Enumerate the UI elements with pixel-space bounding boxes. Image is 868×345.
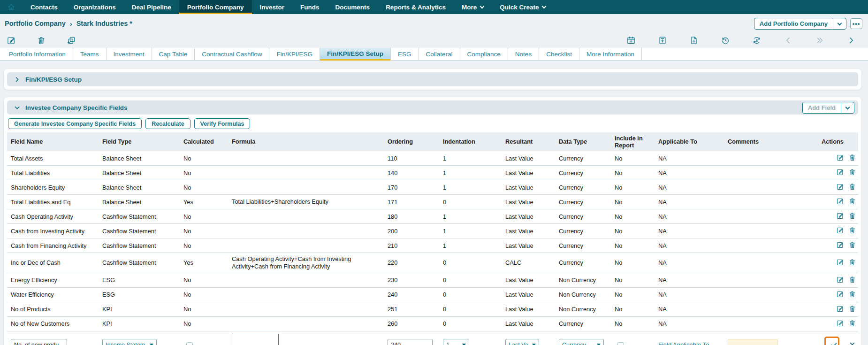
tab-checklist[interactable]: Checklist bbox=[539, 48, 579, 60]
calendar-add-icon[interactable] bbox=[626, 36, 636, 45]
edit-icon[interactable] bbox=[836, 290, 844, 298]
edit-icon[interactable] bbox=[836, 153, 844, 161]
edit-icon[interactable] bbox=[836, 258, 844, 266]
currency-refresh-icon[interactable]: $ bbox=[752, 36, 761, 45]
column-header-resultant: Resultant bbox=[502, 132, 555, 151]
cell bbox=[724, 224, 818, 238]
delete-icon[interactable] bbox=[848, 168, 856, 176]
fields-panel-header[interactable]: Investee Company Specific Fields Add Fie… bbox=[7, 100, 858, 115]
indentation-select[interactable]: 1 bbox=[443, 339, 469, 345]
nav-last-icon[interactable] bbox=[815, 36, 824, 45]
add-portfolio-company-button[interactable]: Add Portfolio Company bbox=[754, 18, 846, 30]
delete-icon[interactable] bbox=[848, 183, 856, 191]
nav-prev-icon[interactable] bbox=[784, 36, 793, 45]
copy-icon[interactable] bbox=[67, 36, 76, 45]
delete-icon[interactable] bbox=[848, 197, 856, 205]
edit-icon[interactable] bbox=[836, 168, 844, 176]
nav-item-reports-analytics[interactable]: Reports & Analytics bbox=[378, 0, 454, 14]
cell: KPI bbox=[99, 316, 180, 331]
nav-item-contacts[interactable]: Contacts bbox=[23, 0, 66, 14]
nav-item-investor[interactable]: Investor bbox=[252, 0, 293, 14]
delete-icon[interactable] bbox=[848, 290, 856, 298]
confirm-icon[interactable] bbox=[830, 341, 838, 345]
include-in-report-checkbox[interactable] bbox=[617, 342, 624, 345]
delete-icon[interactable] bbox=[848, 258, 856, 266]
edit-icon[interactable] bbox=[836, 319, 844, 327]
breadcrumb-parent[interactable]: Portfolio Company bbox=[5, 20, 66, 27]
tab-investment[interactable]: Investment bbox=[107, 48, 152, 60]
delete-icon[interactable] bbox=[848, 319, 856, 327]
resultant-select[interactable]: Last Va bbox=[505, 339, 539, 345]
tab-compliance[interactable]: Compliance bbox=[460, 48, 508, 60]
more-options-button[interactable]: ••• bbox=[850, 18, 862, 29]
nav-next-icon[interactable] bbox=[846, 36, 856, 45]
home-button[interactable] bbox=[0, 0, 23, 14]
field-type-select[interactable]: Income Statem bbox=[102, 339, 157, 345]
cell: Total Liabilities and Eq bbox=[7, 195, 99, 209]
generate-investee-company-specific-fields-button[interactable]: Generate Investee Company Specific Field… bbox=[8, 118, 142, 129]
cell bbox=[724, 316, 818, 331]
verify-formulas-button[interactable]: Verify Formulas bbox=[194, 118, 251, 129]
tab-cap-table[interactable]: Cap Table bbox=[152, 48, 195, 60]
edit-icon[interactable] bbox=[7, 36, 16, 45]
fields-table: Field NameField TypeCalculatedFormulaOrd… bbox=[7, 132, 858, 345]
add-portfolio-company-dropdown[interactable] bbox=[833, 18, 846, 29]
add-field-dropdown[interactable] bbox=[841, 102, 854, 113]
file-add-icon[interactable] bbox=[689, 36, 699, 45]
tab-portfolio-information[interactable]: Portfolio Information bbox=[2, 48, 73, 60]
delete-icon[interactable] bbox=[37, 36, 46, 45]
delete-icon[interactable] bbox=[848, 226, 856, 234]
tab-contractual-cashflow[interactable]: Contractual Cashflow bbox=[195, 48, 269, 60]
cell: Cash from Financing Activity bbox=[7, 238, 99, 253]
nav-item-label: Documents bbox=[335, 4, 370, 11]
tab-collateral[interactable]: Collateral bbox=[419, 48, 460, 60]
cell: Last Value bbox=[502, 302, 555, 316]
nav-item-quick-create[interactable]: Quick Create bbox=[492, 0, 554, 14]
edit-icon[interactable] bbox=[836, 212, 844, 220]
field-name-input[interactable] bbox=[11, 339, 67, 345]
cell: NA bbox=[655, 287, 724, 302]
data-type-select[interactable]: Currency bbox=[559, 339, 604, 345]
tab-fin-kpi-esg[interactable]: Fin/KPI/ESG bbox=[269, 48, 320, 60]
nav-item-documents[interactable]: Documents bbox=[327, 0, 378, 14]
nav-item-deal-pipeline[interactable]: Deal Pipeline bbox=[124, 0, 179, 14]
recalculate-button[interactable]: Recalculate bbox=[145, 118, 190, 129]
nav-item-funds[interactable]: Funds bbox=[292, 0, 327, 14]
edit-icon[interactable] bbox=[836, 276, 844, 284]
cell: Last Value bbox=[502, 224, 555, 238]
nav-item-label: More bbox=[462, 4, 477, 11]
field-applicable-to-link[interactable]: Field Applicable To bbox=[658, 341, 709, 345]
tab-esg[interactable]: ESG bbox=[391, 48, 419, 60]
edit-icon[interactable] bbox=[836, 305, 844, 313]
history-icon[interactable] bbox=[721, 36, 730, 45]
edit-icon[interactable] bbox=[836, 226, 844, 234]
edit-icon[interactable] bbox=[836, 183, 844, 191]
tab-notes[interactable]: Notes bbox=[508, 48, 539, 60]
calculated-checkbox[interactable] bbox=[186, 342, 193, 345]
note-add-icon[interactable] bbox=[658, 36, 667, 45]
setup-panel-header[interactable]: Fin/KPI/ESG Setup bbox=[7, 72, 858, 86]
delete-icon[interactable] bbox=[848, 241, 856, 249]
comments-input[interactable] bbox=[728, 339, 777, 345]
tab-teams[interactable]: Teams bbox=[73, 48, 107, 60]
delete-icon[interactable] bbox=[848, 153, 856, 161]
cell: 260 bbox=[384, 316, 439, 331]
ordering-input[interactable] bbox=[388, 339, 433, 345]
cancel-icon[interactable] bbox=[848, 341, 856, 345]
cell: Energy Efficiency bbox=[7, 273, 99, 287]
delete-icon[interactable] bbox=[848, 276, 856, 284]
nav-item-organizations[interactable]: Organizations bbox=[66, 0, 124, 14]
tab-fin-kpi-esg-setup[interactable]: Fin/KPI/ESG Setup bbox=[320, 48, 391, 61]
delete-icon[interactable] bbox=[848, 212, 856, 220]
cell: Currency bbox=[555, 316, 611, 331]
add-field-button[interactable]: Add Field bbox=[802, 102, 854, 114]
breadcrumb-separator-icon: › bbox=[70, 20, 72, 28]
nav-item-portfolio-company[interactable]: Portfolio Company bbox=[179, 0, 252, 14]
formula-textarea[interactable] bbox=[232, 334, 279, 345]
tab-more-information[interactable]: More Information bbox=[579, 48, 642, 60]
cancel-wrap bbox=[844, 341, 856, 345]
nav-item-more[interactable]: More bbox=[454, 0, 492, 14]
delete-icon[interactable] bbox=[848, 305, 856, 313]
edit-icon[interactable] bbox=[836, 197, 844, 205]
edit-icon[interactable] bbox=[836, 241, 844, 249]
